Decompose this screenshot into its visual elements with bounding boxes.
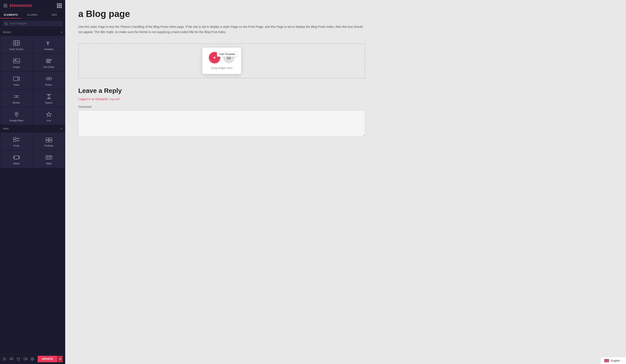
- map-icon: [13, 112, 20, 117]
- widget-icon[interactable]: Icon: [33, 107, 65, 125]
- tab-global[interactable]: GLOBAL: [22, 11, 43, 18]
- drag-widget-text: Drag widget here: [211, 66, 233, 70]
- sidebar-tabs: ELEMENTS GLOBAL SEO: [0, 11, 65, 18]
- widget-image-label: Image: [13, 66, 20, 68]
- widget-posts-label: Posts: [13, 144, 20, 147]
- language-chevron-icon[interactable]: ›: [622, 360, 623, 362]
- table-icon: [46, 155, 52, 160]
- widget-portfolio-label: Portfolio: [44, 144, 53, 147]
- svg-rect-42: [46, 156, 52, 159]
- svg-rect-14: [13, 77, 18, 81]
- text-editor-icon: [46, 58, 52, 64]
- pro-widgets-grid: Posts Portfolio: [0, 132, 65, 168]
- widget-slides[interactable]: Slides: [0, 151, 32, 168]
- widget-divider[interactable]: Divider: [0, 90, 32, 107]
- widget-inner-section[interactable]: Inner Section: [0, 36, 32, 53]
- button-icon: [46, 76, 52, 81]
- svg-text:T: T: [46, 40, 50, 46]
- svg-rect-51: [227, 56, 229, 57]
- basic-chevron-icon: ▾: [61, 31, 62, 34]
- svg-rect-38: [19, 156, 20, 159]
- drop-zone-actions: + Add Template: [209, 52, 235, 63]
- widget-spacer[interactable]: Spacer: [33, 90, 65, 107]
- svg-point-41: [17, 159, 18, 159]
- svg-rect-36: [14, 156, 19, 159]
- widget-image[interactable]: Image: [0, 54, 32, 71]
- basic-widgets-grid: Inner Section T Heading: [0, 36, 65, 125]
- page-description: Use this static Page to test the Theme's…: [78, 24, 365, 35]
- widget-table[interactable]: Table: [33, 151, 65, 168]
- pro-section: PRO ▾ Posts: [0, 125, 65, 168]
- drop-zone-popup: + Add Template Drag widge: [202, 48, 241, 74]
- widget-google-maps[interactable]: Google Maps: [0, 107, 32, 125]
- svg-rect-33: [49, 138, 52, 140]
- svg-rect-34: [46, 140, 49, 142]
- basic-section-header[interactable]: BASIC ▾: [0, 29, 65, 36]
- widget-inner-section-label: Inner Section: [9, 48, 23, 50]
- svg-marker-25: [46, 112, 51, 117]
- pro-section-header[interactable]: PRO ▾: [0, 125, 65, 132]
- widget-video[interactable]: Video: [0, 72, 32, 89]
- apps-grid-icon[interactable]: [57, 3, 62, 8]
- posts-icon: [13, 137, 20, 142]
- logged-in-text: Logged in as Ryleigh85. Log out?: [78, 97, 365, 101]
- elementor-logo: elementor: [9, 3, 32, 8]
- svg-rect-48: [24, 358, 26, 360]
- pro-section-label: PRO: [3, 127, 9, 130]
- widget-portfolio[interactable]: Portfolio: [33, 133, 65, 150]
- history-icon[interactable]: [16, 357, 20, 361]
- language-flag: [604, 359, 609, 362]
- svg-rect-53: [227, 58, 229, 59]
- sidebar-header: elementor: [0, 0, 65, 11]
- tab-seo[interactable]: SEO: [43, 11, 65, 18]
- preview-icon[interactable]: [30, 357, 34, 361]
- image-icon: [13, 58, 20, 64]
- widget-heading-label: Heading: [44, 48, 53, 50]
- add-template-button[interactable]: [223, 52, 235, 63]
- basic-section: BASIC ▾ Inner Section: [0, 29, 65, 125]
- widget-slides-label: Slides: [13, 162, 20, 165]
- widget-button[interactable]: Button: [33, 72, 65, 89]
- widget-video-label: Video: [13, 83, 20, 86]
- slides-icon: [13, 155, 20, 160]
- hamburger-icon[interactable]: [3, 4, 7, 7]
- widget-posts[interactable]: Posts: [0, 133, 32, 150]
- search-wrap: [2, 21, 63, 26]
- tab-elements[interactable]: ELEMENTS: [0, 11, 22, 18]
- page-body: a Blog page Use this static Page to test…: [65, 0, 378, 146]
- widget-text-editor-label: Text Editor: [43, 66, 55, 68]
- svg-rect-2: [13, 41, 20, 45]
- sidebar-header-left: elementor: [3, 3, 32, 8]
- main-content: a Blog page Use this static Page to test…: [65, 0, 626, 364]
- heading-icon: T: [46, 40, 52, 46]
- add-template-wrap: Add Template: [223, 52, 235, 63]
- widget-divider-label: Divider: [13, 101, 20, 104]
- responsive-icon[interactable]: [23, 357, 27, 361]
- svg-point-50: [32, 358, 33, 360]
- language-bar[interactable]: English ›: [601, 357, 626, 364]
- svg-point-24: [16, 113, 17, 114]
- layers-icon[interactable]: [9, 357, 13, 361]
- widget-table-label: Table: [46, 162, 51, 165]
- widget-sections: BASIC ▾ Inner Section: [0, 29, 65, 354]
- widget-google-maps-label: Google Maps: [9, 119, 23, 122]
- widget-heading[interactable]: T Heading: [33, 36, 65, 53]
- divider-icon: [13, 94, 20, 99]
- svg-rect-54: [229, 58, 231, 59]
- sidebar-bottom: UPDATE ▾: [0, 354, 65, 364]
- svg-marker-15: [18, 77, 20, 81]
- svg-rect-8: [13, 59, 20, 63]
- svg-rect-26: [13, 137, 16, 139]
- widget-text-editor[interactable]: Text Editor: [33, 54, 65, 71]
- search-input[interactable]: [9, 22, 60, 25]
- svg-rect-32: [46, 138, 49, 140]
- svg-line-1: [7, 24, 8, 25]
- comment-textarea[interactable]: [78, 110, 365, 136]
- update-button[interactable]: UPDATE: [38, 356, 57, 362]
- language-label: English: [611, 359, 620, 362]
- drop-zone[interactable]: + Add Template Drag widge: [78, 43, 365, 78]
- settings-icon[interactable]: [2, 357, 6, 361]
- widget-button-label: Button: [45, 83, 52, 86]
- add-widget-button[interactable]: +: [209, 52, 220, 63]
- update-dropdown-button[interactable]: ▾: [58, 356, 63, 362]
